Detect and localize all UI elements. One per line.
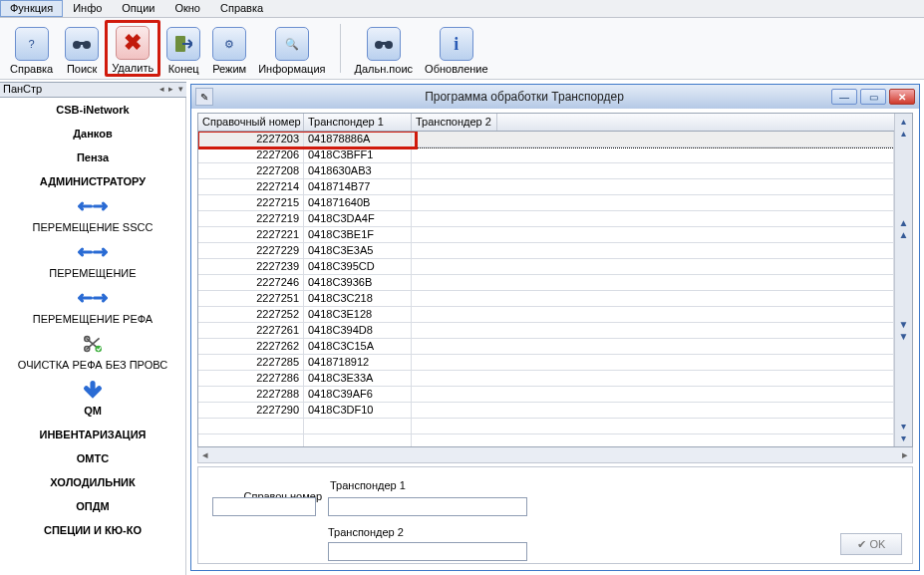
table-row[interactable]: 22272860418C3E33A (198, 371, 894, 387)
table-row[interactable]: 22272620418C3C15A (198, 339, 894, 355)
column-header-1[interactable]: Транспондер 1 (304, 114, 412, 131)
toolbar-icon-0: ? (15, 27, 49, 61)
scroll-top-icon[interactable]: ▴▴ (895, 116, 912, 140)
sidebar-item-16[interactable]: ХОЛОДИЛЬНИК (0, 470, 185, 494)
toolbar-label-4: Режим (212, 63, 246, 75)
menu-item-4[interactable]: Справка (210, 0, 273, 17)
sidebar-item-11[interactable]: ОЧИСТКА РЕФА БЕЗ ПРОВС (0, 353, 185, 377)
t1-label: Транспондер 1 (330, 479, 434, 491)
table-row[interactable]: 2227215041871640B (198, 195, 894, 211)
sidebar-item-9[interactable]: ПЕРЕМЕЩЕНИЕ РЕФА (0, 307, 185, 331)
sidebar-icon-scissor-10[interactable] (0, 331, 185, 353)
table-row[interactable]: 2227203041878886A (198, 132, 894, 147)
sidepanel-header-buttons[interactable]: ◂ ▸ ▾ (159, 84, 184, 94)
sidebar-item-0[interactable]: CSB-iNetwork (0, 98, 185, 122)
column-header-0[interactable]: Справочный номер (198, 114, 304, 131)
ok-button[interactable]: ✔ OK (840, 533, 902, 555)
table-row[interactable]: 22272460418C3936B (198, 275, 894, 291)
menu-item-0[interactable]: Функция (0, 0, 63, 17)
grid-hscrollbar[interactable]: ◂ ▸ (197, 447, 913, 463)
toolbar-label-1: Поиск (67, 63, 97, 75)
grid-vscrollbar[interactable]: ▴▴ ▲▲ ▼▼ ▾▾ (894, 114, 912, 446)
table-row[interactable]: 22272060418C3BFF1 (198, 147, 894, 163)
ref-input[interactable] (212, 497, 316, 516)
table-row[interactable]: 22272510418C3C218 (198, 291, 894, 307)
table-row[interactable]: 22272190418C3DA4F (198, 211, 894, 227)
sidebar-item-18[interactable]: СПЕЦИИ И КЮ-КО (0, 518, 185, 542)
toolbar-поиск[interactable]: Поиск (59, 20, 105, 77)
toolbar-label-7: Дальн.поис (355, 63, 414, 75)
sidepanel-title: ПанСтр (3, 83, 42, 95)
table-row[interactable]: 22272850418718912 (198, 355, 894, 371)
mdi-window: ✎ Программа обработки Транспордер — ▭ ✕ … (190, 84, 920, 571)
t2-label: Транспондер 2 (328, 526, 527, 538)
toolbar-дальн.поис[interactable]: Дальн.поис (349, 20, 420, 77)
sidebar-item-3[interactable]: АДМИНИСТРАТОРУ (0, 169, 185, 193)
sidebar-item-17[interactable]: ОПДМ (0, 494, 185, 518)
toolbar-icon-1 (65, 27, 99, 61)
menu-item-2[interactable]: Опции (112, 0, 164, 17)
grid-header: Справочный номерТранспондер 1Транспондер… (198, 114, 894, 132)
sidebar-icon-down-12[interactable] (0, 377, 185, 399)
scroll-bottom-icon[interactable]: ▾▾ (895, 421, 912, 444)
toolbar-icon-4: ⚙ (212, 27, 246, 61)
table-row[interactable]: 22272390418C395CD (198, 259, 894, 275)
toolbar-информация[interactable]: 🔍Информация (252, 20, 331, 77)
toolbar-обновление[interactable]: iОбновление (419, 20, 494, 77)
sidepanel-header: ПанСтр ◂ ▸ ▾ (0, 82, 186, 98)
toolbar-label-0: Справка (10, 63, 53, 75)
toolbar-label-5: Информация (258, 63, 325, 75)
toolbar-label-3: Конец (168, 63, 199, 75)
table-row[interactable]: 22272140418714B77 (198, 179, 894, 195)
sidebar-item-7[interactable]: ПЕРЕМЕЩЕНИЕ (0, 261, 185, 285)
sidepanel: CSB-iNetworkДанковПензаАДМИНИСТРАТОРУПЕР… (0, 98, 186, 575)
toolbar-конец[interactable]: Конец (160, 20, 206, 77)
detail-form: Справоч.номер Транспондер 1 Транспондер … (197, 466, 913, 564)
maximize-button[interactable]: ▭ (860, 89, 886, 105)
main-toolbar: ?СправкаПоиск✖УдалитьКонец⚙Режим🔍Информа… (0, 18, 924, 80)
menu-item-1[interactable]: Инфо (63, 0, 112, 17)
sidebar-item-2[interactable]: Пенза (0, 145, 185, 169)
scroll-down-icon[interactable]: ▼▼ (895, 319, 912, 343)
table-row[interactable]: 22272880418C39AF6 (198, 387, 894, 403)
svg-rect-2 (77, 42, 87, 45)
toolbar-icon-8: i (440, 27, 473, 61)
sidebar-item-15[interactable]: ОМТС (0, 446, 185, 470)
sidebar-item-14[interactable]: ИНВЕНТАРИЗАЦИЯ (0, 423, 185, 446)
table-row[interactable]: 22272520418C3E128 (198, 307, 894, 323)
sidebar-icon-hswap-8[interactable] (0, 285, 185, 307)
toolbar-label-8: Обновление (425, 63, 488, 75)
minimize-button[interactable]: — (831, 89, 857, 105)
menubar: ФункцияИнфоОпцииОкноСправка (0, 0, 924, 18)
sidebar-icon-hswap-6[interactable] (0, 239, 185, 261)
toolbar-удалить[interactable]: ✖Удалить (105, 20, 160, 77)
mdi-title-icon: ✎ (195, 88, 213, 106)
table-row[interactable]: 22272290418C3E3A5 (198, 243, 894, 259)
table-row[interactable]: 22272900418C3DF10 (198, 403, 894, 419)
sidebar-item-5[interactable]: ПЕРЕМЕЩЕНИЕ SSCC (0, 215, 185, 239)
transponder1-input[interactable] (328, 497, 527, 516)
toolbar-режим[interactable]: ⚙Режим (206, 20, 252, 77)
ok-label: OK (870, 538, 886, 550)
sidebar-icon-hswap-4[interactable] (0, 193, 185, 215)
transponder2-input[interactable] (328, 542, 527, 561)
close-button[interactable]: ✕ (889, 89, 915, 105)
table-row[interactable]: 22272080418630AB3 (198, 163, 894, 179)
grid-body[interactable]: 2227203041878886A22272060418C3BFF1222720… (198, 132, 894, 446)
check-icon: ✔ (857, 538, 866, 551)
sidebar-item-13[interactable]: QM (0, 399, 185, 423)
column-header-2[interactable]: Транспондер 2 (412, 114, 497, 131)
toolbar-icon-5: 🔍 (275, 27, 309, 61)
scroll-up-icon[interactable]: ▲▲ (895, 217, 912, 241)
table-row[interactable]: 22272610418C394D8 (198, 323, 894, 339)
toolbar-icon-7 (367, 27, 401, 61)
toolbar-справка[interactable]: ?Справка (4, 20, 59, 77)
sidebar-item-1[interactable]: Данков (0, 122, 185, 145)
menu-item-3[interactable]: Окно (164, 0, 210, 17)
toolbar-icon-3 (166, 27, 200, 61)
hscroll-right-icon[interactable]: ▸ (902, 448, 908, 461)
toolbar-label-2: Удалить (112, 62, 154, 74)
mdi-title-text: Программа обработки Транспордер (217, 90, 831, 104)
hscroll-left-icon[interactable]: ◂ (202, 448, 208, 461)
table-row[interactable]: 22272210418C3BE1F (198, 227, 894, 243)
